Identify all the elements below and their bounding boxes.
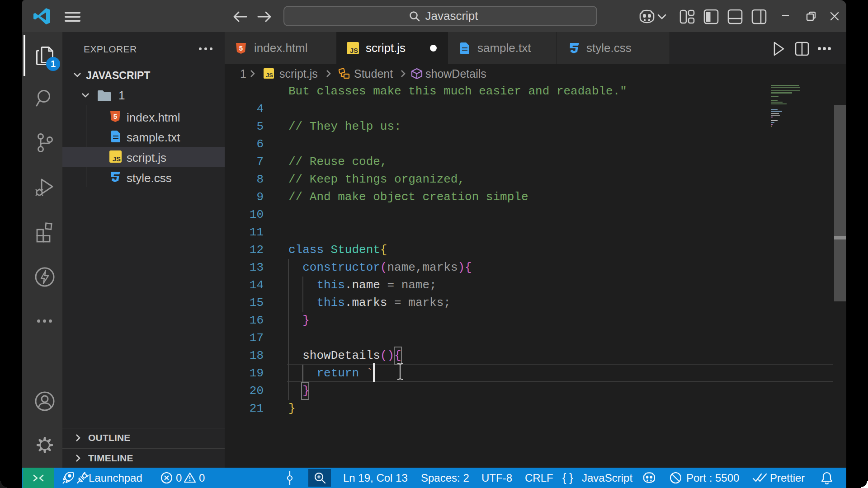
svg-text:5: 5 [239, 44, 243, 52]
svg-text:5: 5 [113, 113, 117, 120]
